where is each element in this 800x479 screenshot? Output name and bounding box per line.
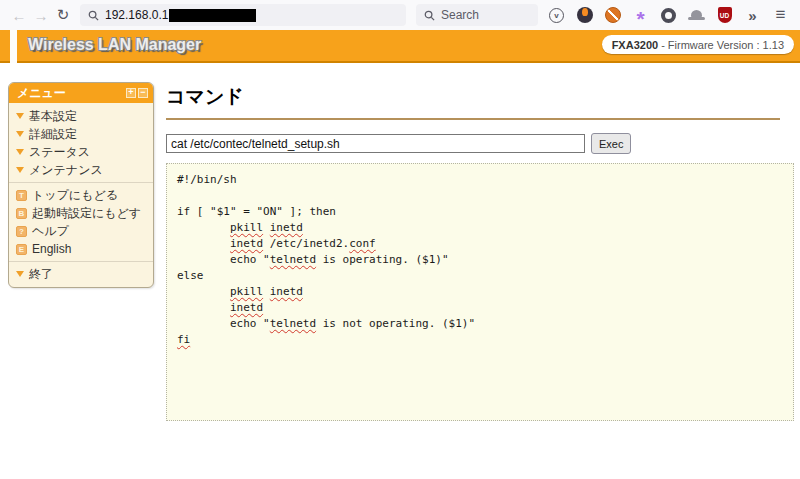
- english-icon: E: [16, 244, 27, 255]
- app-title: Wireless LAN Manager: [28, 36, 201, 54]
- menu-collapse-all-button[interactable]: −: [138, 88, 148, 98]
- back-icon: ←: [12, 7, 27, 24]
- triangle-icon: [16, 131, 24, 137]
- help-icon: ?: [16, 226, 27, 237]
- sidebar-item-label: ステータス: [29, 144, 90, 161]
- code-line: echo "telnetd is not operating. ($1)": [177, 316, 783, 332]
- sidebar-item-status[interactable]: ステータス: [9, 143, 153, 161]
- blocked-circle-icon: [605, 7, 621, 23]
- wheel-extension-button[interactable]: [660, 7, 677, 24]
- menu-divider: [9, 261, 153, 262]
- double-chevron-icon: »: [748, 7, 756, 24]
- back-button[interactable]: ←: [8, 4, 30, 26]
- search-placeholder: Search: [441, 8, 479, 22]
- main-content: コマンド Exec #!/bin/sh if [ "$1" = "ON" ]; …: [166, 80, 794, 421]
- menu-title: メニュー: [17, 85, 124, 102]
- app-banner: Wireless LAN Manager FXA3200 - Firmware …: [0, 30, 800, 63]
- sidebar-item-label: 詳細設定: [29, 126, 77, 143]
- url-text: 192.168.0.1: [105, 8, 168, 22]
- sidebar-item-label: 起動時設定にもどす: [32, 205, 141, 222]
- triangle-icon: [16, 113, 24, 119]
- content-blocker-button[interactable]: [604, 7, 621, 24]
- firmware-version: - Firmware Version : 1.13: [661, 39, 784, 51]
- device-model: FXA3200: [612, 39, 658, 51]
- sidebar-item-label: トップにもどる: [32, 187, 118, 204]
- code-line: pkill inetd: [177, 220, 783, 236]
- shield-extension-button[interactable]: UD: [716, 7, 733, 24]
- hat-icon: [688, 9, 705, 21]
- sidebar-item-advanced-settings[interactable]: 詳細設定: [9, 125, 153, 143]
- triangle-icon: [16, 149, 24, 155]
- command-output[interactable]: #!/bin/sh if [ "$1" = "ON" ]; then pkill…: [166, 163, 794, 421]
- page-title: コマンド: [166, 84, 794, 110]
- command-input[interactable]: [166, 134, 585, 153]
- sidebar-item-maintenance[interactable]: メンテナンス: [9, 161, 153, 179]
- sidebar-item-back-to-top[interactable]: Tトップにもどる: [9, 186, 153, 204]
- banner-notch: [10, 30, 17, 63]
- hamburger-icon: ≡: [776, 5, 786, 25]
- code-line: echo "telnetd is operating. ($1)": [177, 252, 783, 268]
- sidebar-item-basic-settings[interactable]: 基本設定: [9, 107, 153, 125]
- toolbar-overflow-button[interactable]: »: [744, 7, 761, 24]
- url-redaction-box: [169, 9, 256, 22]
- app-menu-button[interactable]: ≡: [772, 7, 789, 24]
- menu-divider: [9, 182, 153, 183]
- search-field[interactable]: Search: [416, 4, 538, 26]
- pocket-button[interactable]: v: [548, 7, 565, 24]
- menu-expand-all-button[interactable]: +: [126, 88, 136, 98]
- sidebar-menu: メニュー + − 基本設定 詳細設定 ステータス メンテナンス Tトップにもどる…: [8, 82, 154, 288]
- wheel-icon: [661, 8, 676, 23]
- code-line: [177, 188, 783, 204]
- shield-icon: UD: [718, 7, 732, 23]
- triangle-icon: [16, 167, 24, 173]
- sidebar-item-label: 基本設定: [29, 108, 77, 125]
- sidebar-item-english[interactable]: EEnglish: [9, 240, 153, 258]
- sidebar-item-label: メンテナンス: [29, 162, 103, 179]
- sidebar-item-label: English: [32, 242, 71, 256]
- sidebar-item-exit[interactable]: 終了: [9, 265, 153, 283]
- browser-toolbar: ← → ↻ 192.168.0.1 Search v * UD » ≡: [0, 0, 800, 30]
- url-bar[interactable]: 192.168.0.1: [80, 4, 406, 26]
- hat-extension-button[interactable]: [688, 7, 705, 24]
- code-line: fi: [177, 332, 783, 348]
- top-icon: T: [16, 190, 27, 201]
- exec-button[interactable]: Exec: [591, 133, 631, 154]
- extension-icons: v * UD » ≡: [548, 7, 789, 24]
- triangle-icon: [16, 271, 24, 277]
- profile-avatar-button[interactable]: [576, 7, 593, 24]
- code-line: else: [177, 268, 783, 284]
- heading-rule: [166, 118, 780, 120]
- sidebar-item-help[interactable]: ?ヘルプ: [9, 222, 153, 240]
- sidebar-item-label: 終了: [29, 266, 53, 283]
- code-line: if [ "$1" = "ON" ]; then: [177, 204, 783, 220]
- purple-extension-button[interactable]: *: [632, 7, 649, 24]
- profile-flame-icon: [577, 7, 593, 23]
- forward-icon: →: [34, 7, 49, 24]
- asterisk-icon: *: [636, 6, 644, 24]
- code-line: pkill inetd: [177, 284, 783, 300]
- sidebar-item-label: ヘルプ: [32, 223, 69, 240]
- sidebar-item-restore-boot-settings[interactable]: B起動時設定にもどす: [9, 204, 153, 222]
- menu-header: メニュー + −: [9, 83, 153, 103]
- search-icon: [424, 10, 435, 21]
- search-icon: [88, 10, 99, 21]
- firmware-badge: FXA3200 - Firmware Version : 1.13: [602, 35, 794, 54]
- code-line: inetd: [177, 300, 783, 316]
- reload-icon: ↻: [57, 6, 70, 24]
- code-line: #!/bin/sh: [177, 172, 783, 188]
- reload-button[interactable]: ↻: [52, 4, 74, 26]
- code-line: inetd /etc/inetd2.conf: [177, 236, 783, 252]
- restore-icon: B: [16, 208, 27, 219]
- forward-button[interactable]: →: [30, 4, 52, 26]
- pocket-icon: v: [549, 8, 564, 23]
